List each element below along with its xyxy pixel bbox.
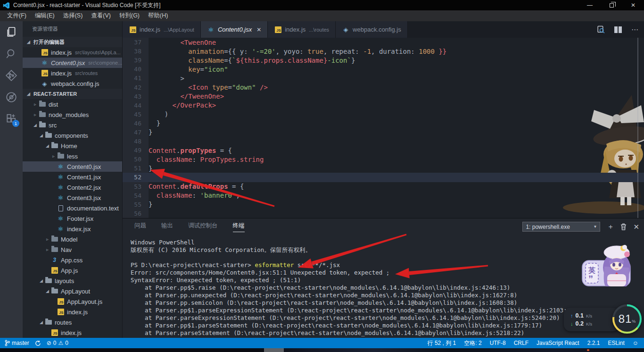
activity-debug-button[interactable] [0,86,23,108]
code-line[interactable]: 37 <TweenOne [123,38,644,47]
code-line[interactable]: 54 className: 'banner0 , [123,191,644,200]
panel-tab[interactable]: 输出 [161,222,173,232]
tree-item[interactable]: ⚛Content1.jsx [23,172,122,182]
git-branch-icon [5,69,17,82]
tree-item[interactable]: 3App.css [23,255,122,265]
activity-scm-button[interactable] [0,65,23,86]
code-line[interactable]: 47} [123,128,644,137]
editor-tab[interactable]: ⚛Content0.jsx✕ [201,21,268,38]
status-item[interactable]: UTF-8 [490,340,506,346]
open-preview-button[interactable] [597,25,605,34]
activity-search-button[interactable] [0,43,23,65]
code-line[interactable]: 39 className={`${this.props.className}-i… [123,56,644,65]
problems-status[interactable]: ⊘ 0 ⚠ 0 [47,340,68,346]
tree-item[interactable]: JSindex.js [23,327,122,338]
panel-tab[interactable]: 问题 [134,222,146,232]
react-icon: ⚛ [57,194,65,201]
tree-item[interactable]: ◢src [23,120,122,130]
tree-item[interactable]: ⚛index.jsx [23,224,122,234]
code-line[interactable]: 45 ) [123,110,644,119]
code-line[interactable]: 40 key="icon" [123,65,644,74]
code-line[interactable]: 38 animation={{ y: '-=20', yoyo: true, r… [123,47,644,56]
tree-item[interactable]: ▹Model [23,234,122,244]
open-editors-header[interactable]: ◢ 打开的编辑器 [23,37,122,47]
open-editor-item[interactable]: JSindex.jssrc\routes [23,68,122,78]
split-editor-button[interactable] [614,26,622,33]
activity-explorer-button[interactable] [0,21,23,43]
status-item[interactable]: CRLF [514,340,528,346]
close-panel-button[interactable]: ✕ [633,223,639,231]
menu-item[interactable]: 查看(V) [87,10,115,21]
menu-item[interactable]: 编辑(E) [31,10,59,21]
restore-button[interactable] [601,0,622,10]
js-icon: JS [57,309,65,315]
dictionary-widget[interactable]: 英 ” [580,243,636,289]
editor-tab[interactable]: JSindex.js...\routes [268,21,336,38]
code-line[interactable]: 55} [123,200,644,209]
tree-item[interactable]: ◢AppLayout [23,286,122,296]
terminal-select[interactable]: 1: powershell.exe ▼ [522,222,600,232]
minimize-button[interactable]: — [579,0,601,10]
panel-tab[interactable]: 调试控制台 [188,222,218,232]
tree-item[interactable]: JSApp.js [23,265,122,276]
feedback-smiley-icon[interactable]: ☺ [633,340,638,346]
code-line[interactable]: 56 [123,209,644,218]
tree-item[interactable]: ◢Home [23,141,122,151]
tree-item[interactable]: ⚛Content0.jsx [23,161,122,172]
status-item[interactable]: 行 52 , 列 1 [428,339,456,347]
code-line[interactable]: 44 </OverPack> [123,101,644,110]
close-button[interactable]: ✕ [622,0,644,10]
code-line[interactable]: 41 > [123,74,644,83]
tree-item-label: index.jsx [67,226,91,233]
code-line[interactable]: 53Content.defaultProps = { [123,182,644,191]
panel-tab[interactable]: 终端 [233,222,245,232]
tree-item[interactable]: ◢routes [23,317,122,327]
tree-item[interactable]: ◢components [23,130,122,141]
network-speed-widget[interactable]: ↑ 0.1 K/s ↓ 0.2 K/s [564,308,619,331]
menu-item[interactable]: 帮助(H) [144,10,172,21]
close-icon[interactable]: ✕ [256,26,261,33]
code-line[interactable]: 51} [123,164,644,173]
tree-item[interactable]: documentation.text [23,203,122,213]
open-editor-item[interactable]: ⚛Content0.jsxsrc\compone... [23,58,122,68]
code-editor[interactable]: 37 <TweenOne38 animation={{ y: '-=20', y… [123,38,644,218]
status-item[interactable]: JavaScript React [537,340,579,346]
kill-terminal-button[interactable] [620,223,627,230]
git-branch-status[interactable]: master [5,340,29,346]
sync-status[interactable] [35,340,41,346]
open-editor-item[interactable]: ◈webpack.config.js [23,78,122,89]
new-terminal-button[interactable]: ＋ [607,222,614,231]
code-line[interactable]: 48 [123,137,644,146]
menu-item[interactable]: 文件(F) [3,10,31,21]
code-line[interactable]: 46 } [123,119,644,128]
code-line[interactable]: 43 </TweenOne> [123,92,644,101]
status-item[interactable]: 空格: 2 [464,339,481,347]
tree-item[interactable]: ⚛Footer.jsx [23,213,122,224]
editor-scrollbar[interactable] [637,38,638,218]
editor-tab[interactable]: JSindex.js...\AppLayout [123,21,201,38]
tree-item[interactable]: ⚛Content3.jsx [23,193,122,203]
tree-item[interactable]: ⚛Content2.jsx [23,182,122,193]
code-line[interactable]: 42 <Icon type="down" /> [123,83,644,92]
tree-item[interactable]: JSAppLayout.js [23,296,122,307]
status-item[interactable]: ESLint [608,340,624,346]
menu-item[interactable]: 选择(S) [59,10,87,21]
menu-item[interactable]: 转到(G) [115,10,144,21]
code-line[interactable]: 50 className: PropTypes.string [123,155,644,164]
tree-item[interactable]: ▹dist [23,99,122,109]
tree-item[interactable]: ▹less [23,151,122,161]
code-line[interactable]: 52 [123,173,644,182]
tree-item[interactable]: ▹Nav [23,244,122,255]
code-text: } [149,128,152,136]
open-editor-item[interactable]: JSindex.jssrc\layouts\AppLa... [23,47,122,58]
editor-tab[interactable]: ◈webpack.config.js [336,21,408,38]
code-line[interactable]: 49Content.propTypes = { [123,146,644,155]
tree-item[interactable]: ▹node_modules [23,109,122,120]
tree-item[interactable]: JSindex.js [23,307,122,317]
project-header[interactable]: ◢ REACT-STARTER [23,89,122,99]
more-actions-button[interactable]: ⋯ [631,25,638,34]
activity-extensions-button[interactable]: 1 [0,108,23,130]
status-item[interactable]: 2.2.1 [587,340,600,346]
gauge-widget[interactable]: 81 % [612,304,642,334]
tree-item[interactable]: ◢layouts [23,276,122,286]
